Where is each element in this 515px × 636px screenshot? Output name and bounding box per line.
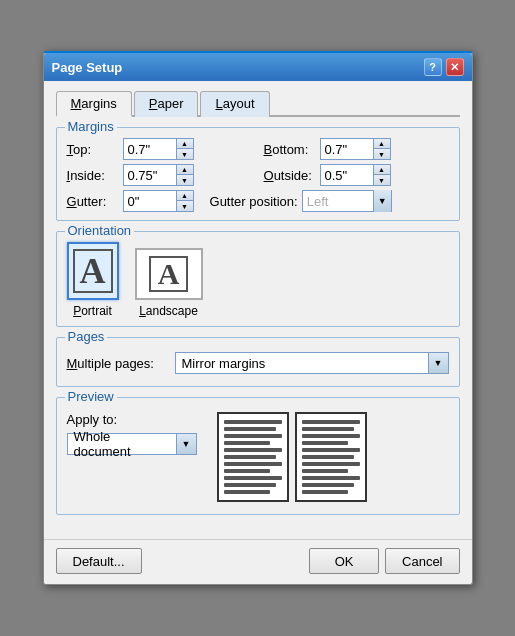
pages-row: Multiple pages: Mirror margins ▼ (67, 348, 449, 378)
preview-controls: Apply to: Whole document ▼ (67, 412, 197, 502)
multiple-pages-label: Multiple pages: (67, 356, 167, 371)
margins-fields: Top: ▲ ▼ Bottom: (67, 138, 449, 212)
gutter-label: Gutter: (67, 194, 119, 209)
footer-right-buttons: OK Cancel (309, 548, 459, 574)
apply-to-dropdown[interactable]: Whole document ▼ (67, 433, 197, 455)
help-button[interactable]: ? (424, 58, 442, 76)
page-setup-dialog: Page Setup ? ✕ Margins Paper Layout Marg… (43, 51, 473, 585)
gutter-row: Gutter: ▲ ▼ Gutter position: ▼ (67, 190, 449, 212)
margins-grid: Top: ▲ ▼ Bottom: (67, 138, 449, 186)
bottom-spinner-buttons: ▲ ▼ (373, 139, 390, 159)
close-button[interactable]: ✕ (446, 58, 464, 76)
landscape-icon: A (135, 248, 203, 300)
apply-to-value: Whole document (68, 434, 176, 454)
tab-margins[interactable]: Margins (56, 91, 132, 117)
preview-content: Apply to: Whole document ▼ (67, 408, 449, 506)
top-field-row: Top: ▲ ▼ (67, 138, 252, 160)
orientation-options: A Portrait A Landscape (67, 242, 449, 318)
multiple-pages-dropdown-btn[interactable]: ▼ (428, 353, 448, 373)
portrait-option[interactable]: A Portrait (67, 242, 119, 318)
bottom-spin-up[interactable]: ▲ (374, 139, 390, 149)
inside-spin-up[interactable]: ▲ (177, 165, 193, 175)
apply-to-dropdown-btn[interactable]: ▼ (176, 434, 196, 454)
inside-label: Inside: (67, 168, 119, 183)
preview-section: Preview Apply to: Whole document ▼ (56, 397, 460, 515)
top-input[interactable] (124, 139, 176, 159)
apply-to-label: Apply to: (67, 412, 197, 427)
gutter-spinner-buttons: ▲ ▼ (176, 191, 193, 211)
dialog-title: Page Setup (52, 60, 123, 75)
multiple-pages-value: Mirror margins (176, 353, 428, 373)
outside-label: Outside: (264, 168, 316, 183)
outside-spinner[interactable]: ▲ ▼ (320, 164, 391, 186)
gutter-position-input[interactable] (303, 194, 373, 209)
preview-section-title: Preview (65, 389, 117, 404)
gutter-spin-up[interactable]: ▲ (177, 191, 193, 201)
gutter-spinner[interactable]: ▲ ▼ (123, 190, 194, 212)
cancel-button[interactable]: Cancel (385, 548, 459, 574)
title-bar: Page Setup ? ✕ (44, 53, 472, 81)
preview-line (224, 420, 282, 424)
tab-bar: Margins Paper Layout (56, 89, 460, 117)
outside-spin-up[interactable]: ▲ (374, 165, 390, 175)
portrait-label: Portrait (73, 304, 112, 318)
outside-input[interactable] (321, 165, 373, 185)
margins-section: Margins Top: ▲ ▼ (56, 127, 460, 221)
bottom-spinner[interactable]: ▲ ▼ (320, 138, 391, 160)
ok-button[interactable]: OK (309, 548, 379, 574)
outside-spin-down[interactable]: ▼ (374, 175, 390, 185)
preview-pages (217, 412, 367, 502)
gutter-position-dropdown[interactable]: ▼ (302, 190, 392, 212)
pages-section-title: Pages (65, 329, 108, 344)
inside-field-row: Inside: ▲ ▼ (67, 164, 252, 186)
title-bar-controls: ? ✕ (424, 58, 464, 76)
preview-row: Apply to: Whole document ▼ (67, 408, 449, 506)
gutter-position-dropdown-btn[interactable]: ▼ (373, 190, 391, 212)
portrait-icon: A (67, 242, 119, 300)
inside-input[interactable] (124, 165, 176, 185)
gutter-position-label: Gutter position: (210, 194, 298, 209)
orientation-section: Orientation A Portrait A (56, 231, 460, 327)
top-spin-down[interactable]: ▼ (177, 149, 193, 159)
landscape-label: Landscape (139, 304, 198, 318)
pages-section: Pages Multiple pages: Mirror margins ▼ (56, 337, 460, 387)
inside-spinner[interactable]: ▲ ▼ (123, 164, 194, 186)
bottom-label: Bottom: (264, 142, 316, 157)
tab-paper[interactable]: Paper (134, 91, 199, 117)
margins-section-title: Margins (65, 119, 117, 134)
outside-field-row: Outside: ▲ ▼ (264, 164, 449, 186)
multiple-pages-dropdown[interactable]: Mirror margins ▼ (175, 352, 449, 374)
tab-layout[interactable]: Layout (200, 91, 269, 117)
gutter-input[interactable] (124, 191, 176, 211)
default-button[interactable]: Default... (56, 548, 142, 574)
bottom-spin-down[interactable]: ▼ (374, 149, 390, 159)
landscape-option[interactable]: A Landscape (135, 248, 203, 318)
preview-page-right (295, 412, 367, 502)
inside-spinner-buttons: ▲ ▼ (176, 165, 193, 185)
preview-page-left (217, 412, 289, 502)
gutter-spin-down[interactable]: ▼ (177, 201, 193, 211)
top-label: Top: (67, 142, 119, 157)
bottom-input[interactable] (321, 139, 373, 159)
inside-spin-down[interactable]: ▼ (177, 175, 193, 185)
outside-spinner-buttons: ▲ ▼ (373, 165, 390, 185)
top-spinner-buttons: ▲ ▼ (176, 139, 193, 159)
orientation-content: A Portrait A Landscape (67, 242, 449, 318)
dialog-footer: Default... OK Cancel (44, 539, 472, 584)
pages-content: Multiple pages: Mirror margins ▼ (67, 348, 449, 378)
top-spinner[interactable]: ▲ ▼ (123, 138, 194, 160)
bottom-field-row: Bottom: ▲ ▼ (264, 138, 449, 160)
orientation-section-title: Orientation (65, 223, 135, 238)
dialog-content: Margins Paper Layout Margins Top: (44, 81, 472, 535)
top-spin-up[interactable]: ▲ (177, 139, 193, 149)
